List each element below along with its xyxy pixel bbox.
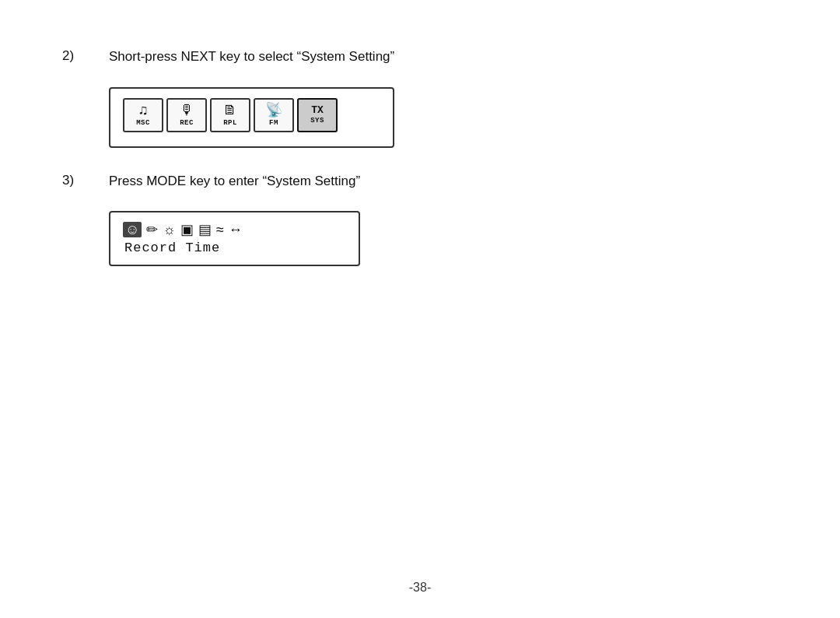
sys-symbol: TX — [311, 105, 324, 115]
step-3-block: Press MODE key to enter “System Setting”… — [109, 171, 360, 267]
step-3-text: Press MODE key to enter “System Setting” — [109, 171, 360, 191]
rec-icon-box: 🎙 REC — [166, 98, 207, 132]
fm-symbol: 📡 — [265, 104, 282, 118]
sys-settings-icon-1: ☺ — [123, 222, 142, 237]
msc-symbol: ♫ — [139, 104, 148, 118]
rpl-symbol: 🗎 — [223, 104, 237, 118]
step-2-number: 2) — [62, 47, 109, 64]
rpl-label: RPL — [223, 119, 237, 127]
page-number: -38- — [409, 581, 431, 594]
sys-settings-icon-5: ▤ — [198, 223, 212, 237]
sys-label: SYS — [310, 117, 324, 125]
page-footer: -38- — [0, 581, 840, 595]
step-2-block: Short-press NEXT key to select “System S… — [109, 47, 394, 148]
step-2-icons-row: ♫ MSC 🎙 REC 🗎 RPL 📡 FM — [123, 98, 380, 132]
sys-settings-icon-7: ↔ — [229, 223, 243, 237]
sys-icon-box: TX SYS — [297, 98, 338, 132]
rec-label: REC — [180, 119, 194, 127]
msc-label: MSC — [136, 119, 150, 127]
step-3-screen: ☺ ✏ ☼ ▣ ▤ ≈ ↔ Record Time — [109, 211, 360, 266]
step-2-item: 2) Short-press NEXT key to select “Syste… — [62, 47, 778, 148]
rec-symbol: 🎙 — [180, 104, 194, 118]
page-content: 2) Short-press NEXT key to select “Syste… — [0, 0, 840, 321]
sys-settings-icon-6: ≈ — [216, 223, 224, 237]
step-3-number: 3) — [62, 171, 109, 188]
sys-settings-icon-3: ☼ — [163, 223, 176, 237]
fm-label: FM — [269, 119, 278, 127]
sys-settings-icon-2: ✏ — [146, 223, 158, 237]
step-2-screen: ♫ MSC 🎙 REC 🗎 RPL 📡 FM — [109, 87, 394, 148]
step-3-icons-row: ☺ ✏ ☼ ▣ ▤ ≈ ↔ — [123, 222, 346, 237]
msc-icon-box: ♫ MSC — [123, 98, 163, 132]
sys-settings-icon-4: ▣ — [180, 223, 194, 237]
step-3-item: 3) Press MODE key to enter “System Setti… — [62, 171, 778, 267]
rpl-icon-box: 🗎 RPL — [210, 98, 250, 132]
step-3-screen-label: Record Time — [123, 241, 346, 255]
fm-icon-box: 📡 FM — [254, 98, 294, 132]
step-2-text: Short-press NEXT key to select “System S… — [109, 47, 394, 67]
